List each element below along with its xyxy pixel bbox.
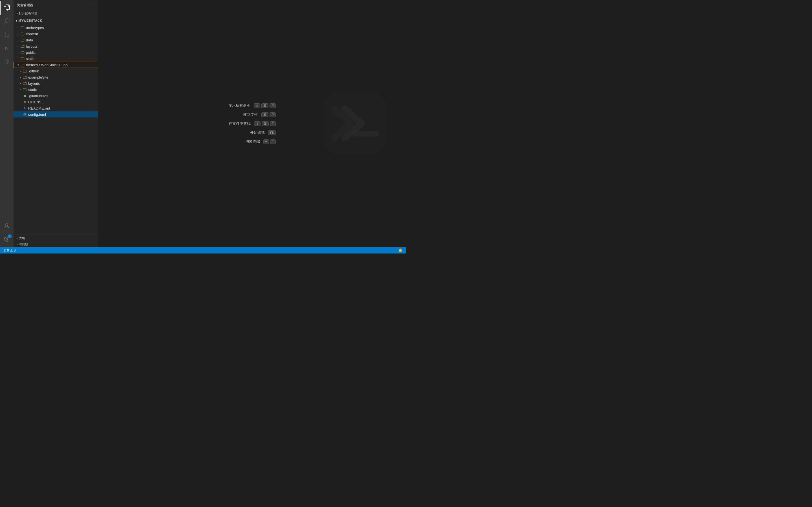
tree-item-public[interactable]: › public bbox=[13, 49, 98, 55]
key-cmd: ⌘ bbox=[261, 103, 268, 108]
folder-chevron: › bbox=[18, 87, 22, 92]
shortcut-label-find: 在文件中查找 bbox=[229, 121, 251, 126]
tree-item-readme[interactable]: ℹ README.md bbox=[13, 105, 98, 111]
item-label-layouts: layouts bbox=[26, 44, 38, 48]
shortcut-keys-find: ⇧ ⌘ F bbox=[254, 121, 276, 126]
sidebar-title: 资源管理器 bbox=[17, 3, 33, 7]
timeline-section[interactable]: › 时间线 bbox=[13, 241, 98, 247]
activity-icon-run[interactable] bbox=[0, 42, 13, 55]
shortcut-row-find: 在文件中查找 ⇧ ⌘ F bbox=[229, 121, 276, 126]
item-label-github: .github bbox=[28, 69, 39, 73]
status-errors[interactable]: ⊘ 0 ⚠ 0 bbox=[2, 247, 17, 253]
folder-chevron: › bbox=[18, 75, 22, 79]
tree-item-license[interactable]: © LICENSE bbox=[13, 99, 98, 105]
item-label-public: public bbox=[26, 50, 36, 55]
item-label-content: content bbox=[26, 32, 38, 36]
more-options-button[interactable]: ··· bbox=[89, 2, 95, 8]
tree-item-static[interactable]: › static bbox=[13, 55, 98, 62]
tree-item-themes[interactable]: ▾ themes / WebStack-Hugo bbox=[13, 62, 98, 68]
folder-icon bbox=[22, 81, 27, 86]
shortcut-keys-terminal: ^ ` bbox=[263, 139, 276, 144]
shortcut-row-debug: 开始调试 F5 bbox=[250, 130, 276, 135]
collapse-all-button[interactable] bbox=[90, 18, 96, 23]
status-right: 🔔 bbox=[397, 247, 404, 253]
new-file-button[interactable] bbox=[71, 18, 77, 23]
folder-chevron: › bbox=[16, 56, 20, 61]
diamond-icon: ◆ bbox=[22, 94, 27, 98]
folder-chevron: › bbox=[16, 32, 20, 36]
shortcut-row-commands: 显示所有命令 ⇧ ⌘ P bbox=[229, 103, 275, 108]
timeline-chevron: › bbox=[17, 243, 18, 245]
shortcut-label-commands: 显示所有命令 bbox=[229, 103, 250, 108]
activity-bar: 1 bbox=[0, 0, 13, 247]
status-left: ⊘ 0 ⚠ 0 bbox=[2, 247, 17, 253]
no-chevron bbox=[18, 106, 22, 110]
folder-chevron: › bbox=[16, 44, 20, 48]
tree-item-static2[interactable]: › static bbox=[13, 87, 98, 93]
status-bar: ⊘ 0 ⚠ 0 🔔 bbox=[0, 247, 406, 253]
activity-icon-extensions[interactable] bbox=[0, 55, 13, 69]
tree-item-data[interactable]: › data bbox=[13, 37, 98, 43]
vscode-watermark bbox=[313, 81, 398, 166]
open-editors-section[interactable]: › 打开的编辑器 bbox=[13, 10, 98, 17]
warning-count: 0 bbox=[14, 248, 16, 252]
activity-icon-search[interactable] bbox=[0, 15, 13, 28]
timeline-label: 时间线 bbox=[19, 242, 28, 246]
tree-item-examplesite[interactable]: › exampleSite bbox=[13, 74, 98, 80]
warning-icon: ⚠ bbox=[10, 248, 13, 252]
tree-item-archetypes[interactable]: › archetypes bbox=[13, 24, 98, 31]
activity-icon-scm[interactable] bbox=[0, 28, 13, 42]
new-folder-button[interactable] bbox=[78, 18, 84, 23]
outline-section[interactable]: › 大纲 bbox=[13, 235, 98, 241]
workspace-title: ▾ MYWEBSTACK bbox=[16, 19, 42, 22]
workspace-header[interactable]: ▾ MYWEBSTACK bbox=[13, 17, 98, 24]
item-label-themes: themes / WebStack-Hugo bbox=[26, 63, 68, 67]
bottom-section: › 大纲 › 时间线 bbox=[13, 235, 98, 247]
folder-icon bbox=[20, 50, 25, 55]
key-p2: P bbox=[269, 112, 275, 117]
key-p: P bbox=[269, 103, 275, 108]
info-icon: ℹ bbox=[22, 106, 27, 110]
error-count: 0 bbox=[7, 248, 9, 252]
workspace-chevron: ▾ bbox=[16, 19, 17, 22]
tree-item-layouts[interactable]: › layouts bbox=[13, 43, 98, 49]
item-label-license: LICENSE bbox=[28, 100, 44, 104]
no-chevron bbox=[18, 112, 22, 117]
folder-chevron: ▾ bbox=[16, 62, 20, 67]
refresh-button[interactable] bbox=[84, 18, 90, 23]
key-shift2: ⇧ bbox=[254, 121, 260, 126]
item-label-static: static bbox=[26, 57, 35, 61]
folder-chevron: › bbox=[16, 25, 20, 30]
activity-icon-settings[interactable]: 1 bbox=[0, 233, 13, 246]
item-label-archetypes: archetypes bbox=[26, 25, 44, 30]
workspace-name: MYWEBSTACK bbox=[18, 19, 42, 22]
folder-icon bbox=[22, 87, 27, 92]
sidebar-header-actions: ··· bbox=[89, 2, 95, 8]
folder-chevron: › bbox=[16, 50, 20, 55]
shortcut-keys-goto: ⌘ P bbox=[261, 112, 275, 117]
folder-icon bbox=[22, 75, 27, 79]
tree-item-config[interactable]: config.toml bbox=[13, 111, 98, 117]
status-notification[interactable]: 🔔 bbox=[397, 247, 404, 253]
explorer-section: ▾ MYWEBSTACK bbox=[13, 17, 98, 235]
tree-item-content[interactable]: › content bbox=[13, 31, 98, 37]
item-label-examplesite: exampleSite bbox=[28, 75, 49, 79]
tree-item-layouts2[interactable]: › layouts bbox=[13, 80, 98, 87]
shortcut-label-terminal: 切换终端 bbox=[245, 139, 260, 144]
activity-icon-account[interactable] bbox=[0, 219, 13, 233]
key-cmd2: ⌘ bbox=[261, 112, 268, 117]
item-label-config: config.toml bbox=[28, 112, 46, 117]
tree-item-gitattributes[interactable]: ◆ .gitattributes bbox=[13, 93, 98, 99]
tree-item-github[interactable]: › .github bbox=[13, 68, 98, 74]
shortcut-keys-commands: ⇧ ⌘ P bbox=[254, 103, 275, 108]
item-label-layouts2: layouts bbox=[28, 81, 40, 86]
license-icon: © bbox=[22, 100, 27, 104]
shortcut-list: 显示所有命令 ⇧ ⌘ P 转到文件 ⌘ P 在文件中查找 ⇧ ⌘ bbox=[229, 103, 275, 144]
activity-icon-explorer[interactable] bbox=[0, 1, 13, 15]
item-label-data: data bbox=[26, 38, 33, 42]
folder-icon bbox=[20, 25, 25, 30]
folder-chevron: › bbox=[16, 38, 20, 42]
sidebar-header: 资源管理器 ··· bbox=[13, 0, 98, 10]
error-icon: ⊘ bbox=[3, 248, 6, 252]
key-ctrl: ^ bbox=[263, 139, 269, 144]
